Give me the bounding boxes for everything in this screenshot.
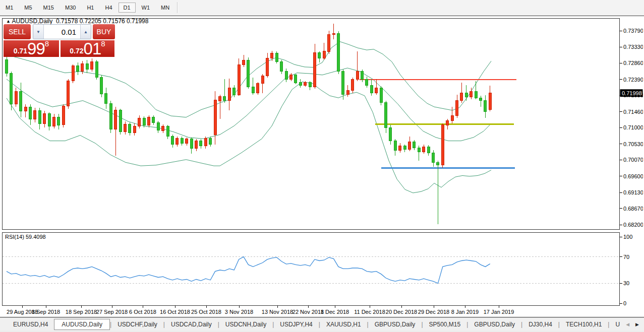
candle-body [233, 88, 236, 95]
date-label: 22 Nov 2018 [292, 309, 324, 315]
candle-body [86, 63, 88, 70]
chart-tab-dj30-h4[interactable]: DJ30,H4 [522, 319, 558, 329]
timeframe-toolbar: M1M5M15M30H1H4D1W1MN [0, 0, 644, 16]
price-tick-label: 0.72390 [623, 77, 643, 83]
candle-body [34, 110, 36, 119]
candle-body [427, 147, 430, 153]
price-tick-label: 0.72860 [623, 60, 643, 66]
timeframe-button-M30[interactable]: M30 [60, 3, 81, 13]
chart-tab-usdchf-daily[interactable]: USDCHF,Daily [111, 319, 163, 329]
candle-body [475, 91, 477, 98]
candle-body [38, 110, 41, 123]
candle-body [29, 107, 32, 119]
candle-body [109, 103, 112, 129]
chart-tab-xauusd-h1[interactable]: XAUUSD,H1 [320, 319, 367, 329]
candle-body [389, 127, 392, 141]
candle-body [304, 83, 307, 86]
candle-body [470, 91, 473, 97]
chart-tab-audusd-daily[interactable]: AUDUSD,Daily [54, 319, 110, 330]
price-chart-canvas[interactable]: 0.737900.733300.728600.723900.719300.714… [0, 16, 643, 317]
chart-tab-eurusd-h4[interactable]: EURUSD,H4 [7, 319, 54, 329]
timeframe-button-W1[interactable]: W1 [137, 3, 155, 13]
candle-body [119, 110, 122, 131]
candle-body [57, 117, 60, 125]
candle-body [299, 83, 302, 86]
chart-tab-tech100-h1[interactable]: TECH100,H1 [560, 319, 608, 329]
chart-tab-sp500-m15[interactable]: SP500,M15 [423, 319, 467, 329]
candle-body [375, 88, 378, 93]
price-tick-label: 0.70070 [623, 157, 643, 163]
chart-tab-usdjpy-h4[interactable]: USDJPY,H4 [274, 319, 318, 329]
candle-body [238, 64, 240, 95]
candle-body [214, 100, 216, 135]
chart-tab-usdcnh-daily[interactable]: USDCNH,Daily [219, 319, 272, 329]
candle-body [67, 81, 70, 106]
candle-body [209, 138, 212, 144]
tab-scroll-right-icon[interactable]: ▶ [632, 321, 642, 328]
candle-body [186, 139, 188, 144]
date-label: 8 Sep 2018 [32, 309, 60, 315]
timeframe-button-M1[interactable]: M1 [1, 3, 18, 13]
rsi-pane-border [3, 233, 620, 306]
sell-price-box[interactable]: 0.71998 [4, 40, 59, 57]
candle-body [133, 126, 136, 133]
candle-body [446, 121, 449, 125]
tab-scroll-left-icon[interactable]: ◀ [623, 321, 632, 328]
date-label: 3 Nov 2018 [225, 309, 253, 315]
date-label: 20 Dec 2018 [386, 309, 417, 315]
candle-body [138, 118, 141, 126]
date-label: 1 Dec 2018 [321, 309, 349, 315]
timeframe-button-MN[interactable]: MN [156, 3, 174, 13]
candle-body [423, 147, 425, 152]
candle-body [309, 83, 311, 87]
candle-body [460, 93, 463, 101]
candle-body [314, 53, 316, 87]
buy-price-box[interactable]: 0.72018 [61, 40, 114, 57]
sell-button[interactable]: SELL [4, 24, 31, 39]
buy-price-big: 01 [84, 41, 101, 56]
candle-body [10, 73, 13, 104]
price-tick-label: 0.73790 [623, 28, 643, 34]
trade-prices-row: 0.71998 0.72018 [4, 40, 115, 57]
date-label: 8 Jan 2019 [451, 309, 479, 315]
chart-title: ▲ AUDUSD,Daily 0.71578 0.72205 0.71576 0… [6, 18, 148, 25]
candle-body [143, 118, 145, 125]
candle-body [385, 103, 387, 128]
chart-tab-usdcad-daily[interactable]: USDCAD,Daily [165, 319, 218, 329]
sell-price-prefix: 0.71 [14, 47, 27, 55]
candle-body [195, 141, 198, 149]
chart-tab-gbpusd-daily[interactable]: GBPUSD,Daily [369, 319, 422, 329]
candle-body [356, 72, 359, 79]
volume-input[interactable]: 0.01 [44, 25, 80, 39]
symbol-collapse-arrow[interactable]: ▲ [6, 19, 11, 24]
candle-body [247, 60, 250, 87]
volume-increase-button[interactable]: ▲ [80, 25, 91, 39]
timeframe-button-H4[interactable]: H4 [100, 3, 117, 13]
timeframe-button-M5[interactable]: M5 [19, 3, 37, 13]
sell-price-pip: 8 [45, 39, 49, 48]
date-label: 6 Oct 2018 [129, 309, 156, 315]
candle-body [484, 101, 487, 111]
timeframe-button-H1[interactable]: H1 [82, 3, 99, 13]
candle-body [15, 91, 17, 104]
candle-body [190, 139, 193, 149]
date-label: 13 Nov 2018 [262, 309, 293, 315]
buy-button[interactable]: BUY [93, 24, 115, 39]
rsi-tick-label: 70 [623, 254, 629, 260]
candle-body [361, 72, 364, 79]
candle-body [105, 94, 107, 103]
candle-body [124, 124, 127, 132]
chart-window: 0.737900.733300.728600.723900.719300.714… [0, 16, 644, 317]
date-label: 18 Sep 2018 [66, 309, 97, 315]
candle-body [95, 62, 98, 78]
date-label: 17 Jan 2019 [484, 309, 514, 315]
candle-body [200, 141, 202, 146]
buy-price-prefix: 0.72 [70, 47, 83, 55]
timeframe-button-D1[interactable]: D1 [119, 3, 136, 13]
candle-body [252, 87, 254, 93]
volume-decrease-button[interactable]: ▼ [33, 25, 44, 39]
timeframe-button-M15[interactable]: M15 [38, 3, 59, 13]
chart-tab-gbpusd-daily[interactable]: GBPUSD,Daily [468, 319, 521, 329]
candle-body [228, 88, 230, 101]
candle-body [337, 33, 340, 72]
